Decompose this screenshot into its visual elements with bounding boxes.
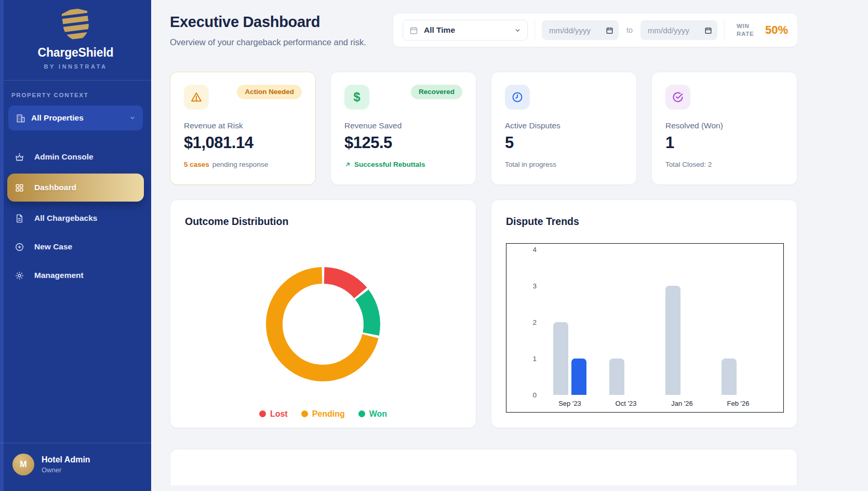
legend-item-pending: Pending xyxy=(301,409,345,419)
stat-card-revenue-at-risk: Action Needed Revenue at Risk $1,081.14 … xyxy=(170,72,316,185)
document-icon xyxy=(15,214,25,223)
brand-tagline: BY INNSTRATA xyxy=(0,63,151,70)
win-rate-label: WIN RATE xyxy=(737,22,758,38)
building-icon xyxy=(16,113,25,123)
legend-dot xyxy=(259,410,266,417)
user-profile[interactable]: M Hotel Admin Owner xyxy=(0,443,151,491)
bar-total xyxy=(609,359,624,395)
user-role: Owner xyxy=(42,466,90,474)
win-rate-block: WIN RATE 50% xyxy=(731,22,788,38)
property-context-label: PROPERTY CONTEXT xyxy=(8,92,143,98)
sidebar-item-label: Management xyxy=(34,271,84,280)
chevron-down-icon xyxy=(129,115,136,121)
bar-total xyxy=(553,322,568,395)
shield-logo-icon xyxy=(60,6,92,43)
stat-footer-strong: 5 cases xyxy=(184,161,209,168)
y-tick-label: 2 xyxy=(506,318,537,326)
legend-label: Lost xyxy=(270,409,288,419)
y-tick-label: 4 xyxy=(506,245,537,253)
sidebar-nav: Admin Console Dashboard All Chargebacks … xyxy=(0,145,151,287)
calendar-icon xyxy=(409,26,418,35)
date-from-field[interactable] xyxy=(542,20,619,40)
user-name: Hotel Admin xyxy=(42,455,90,465)
chevron-down-icon xyxy=(514,27,521,34)
sidebar-item-management[interactable]: Management xyxy=(7,263,144,287)
filter-bar: All Time to xyxy=(393,14,797,47)
stat-cards-row: Action Needed Revenue at Risk $1,081.14 … xyxy=(170,72,797,185)
time-range-select[interactable]: All Time xyxy=(403,20,528,41)
stat-label: Resolved (Won) xyxy=(665,121,783,130)
warning-triangle-icon xyxy=(184,85,209,110)
stat-label: Active Disputes xyxy=(505,121,623,130)
outcome-distribution-card: Outcome Distribution LostPendingWon xyxy=(170,200,476,428)
legend-label: Won xyxy=(369,409,387,419)
stat-card-resolved-won: Resolved (Won) 1 Total Closed: 2 xyxy=(651,72,797,185)
dollar-icon: $ xyxy=(344,85,369,110)
status-badge: Action Needed xyxy=(237,85,302,99)
date-picker-icon[interactable] xyxy=(606,26,613,34)
plus-circle-icon xyxy=(15,242,25,252)
stat-value: 5 xyxy=(505,134,623,152)
stat-value: $1,081.14 xyxy=(184,134,302,152)
gear-icon xyxy=(15,271,25,281)
stat-footer-strong: Successful Rebuttals xyxy=(354,161,425,168)
sidebar-item-label: New Case xyxy=(34,242,72,251)
x-axis-label: Sep '23 xyxy=(548,400,592,407)
y-tick-label: 1 xyxy=(506,354,537,362)
stat-footer: Total Closed: 2 xyxy=(665,161,783,168)
stat-value: 1 xyxy=(665,134,783,152)
stat-footer-rest: Total in progress xyxy=(505,161,556,168)
donut-legend: LostPendingWon xyxy=(185,409,461,419)
legend-item-lost: Lost xyxy=(259,409,288,419)
dashboard-grid-icon xyxy=(15,183,25,193)
main-content: Executive Dashboard Overview of your cha… xyxy=(151,0,868,491)
sidebar-item-dashboard[interactable]: Dashboard xyxy=(7,174,144,202)
divider xyxy=(724,20,725,41)
sidebar: ChargeShield BY INNSTRATA PROPERTY CONTE… xyxy=(0,0,151,491)
page-header: Executive Dashboard Overview of your cha… xyxy=(170,14,797,49)
bar-chart: 01234Sep '23Oct '23Jan '26Feb '26 xyxy=(506,243,784,413)
bar-total xyxy=(665,286,680,395)
charts-row: Outcome Distribution LostPendingWon Disp… xyxy=(170,200,797,428)
win-rate-value: 50% xyxy=(765,23,788,37)
dispute-trends-card: Dispute Trends 01234Sep '23Oct '23Jan '2… xyxy=(491,200,797,428)
date-to-field[interactable] xyxy=(640,20,717,40)
page-subtitle: Overview of your chargeback performance … xyxy=(170,36,378,49)
stat-card-revenue-saved: $ Recovered Revenue Saved $125.5 Success… xyxy=(330,72,476,185)
chart-title: Outcome Distribution xyxy=(185,216,461,228)
divider xyxy=(535,20,535,41)
app-root: ChargeShield BY INNSTRATA PROPERTY CONTE… xyxy=(0,0,868,491)
arrow-up-right-icon xyxy=(344,161,351,168)
sidebar-item-admin-console[interactable]: Admin Console xyxy=(7,145,144,169)
sidebar-item-label: All Chargebacks xyxy=(34,214,97,223)
bar-secondary xyxy=(571,359,586,395)
stat-label: Revenue at Risk xyxy=(184,121,302,130)
clock-icon xyxy=(505,85,530,110)
property-selector[interactable]: All Properties xyxy=(8,105,143,130)
legend-label: Pending xyxy=(312,409,345,419)
stat-card-active-disputes: Active Disputes 5 Total in progress xyxy=(491,72,637,185)
donut-segment-lost xyxy=(324,275,360,293)
sidebar-item-label: Dashboard xyxy=(34,183,76,192)
stat-footer: Total in progress xyxy=(505,161,623,168)
y-tick-label: 0 xyxy=(506,391,537,399)
sidebar-item-new-case[interactable]: New Case xyxy=(7,235,144,259)
stat-footer: Successful Rebuttals xyxy=(344,161,462,168)
donut-segment-won xyxy=(362,295,372,334)
date-picker-icon[interactable] xyxy=(704,26,712,34)
stat-footer-rest: Total Closed: 2 xyxy=(665,161,712,168)
x-axis-label: Feb '26 xyxy=(716,400,760,407)
avatar: M xyxy=(12,454,34,475)
brand: ChargeShield BY INNSTRATA xyxy=(0,0,151,70)
stat-footer-rest: pending response xyxy=(212,161,268,168)
legend-dot xyxy=(358,410,365,417)
date-from-input[interactable] xyxy=(549,26,603,35)
sidebar-item-all-chargebacks[interactable]: All Chargebacks xyxy=(7,206,144,230)
date-to-input[interactable] xyxy=(648,26,701,35)
x-axis-label: Oct '23 xyxy=(604,400,648,407)
stat-label: Revenue Saved xyxy=(344,121,462,130)
legend-item-won: Won xyxy=(358,409,387,419)
brand-name: ChargeShield xyxy=(0,46,151,60)
time-range-value: All Time xyxy=(424,25,455,35)
property-selector-label: All Properties xyxy=(31,113,84,123)
